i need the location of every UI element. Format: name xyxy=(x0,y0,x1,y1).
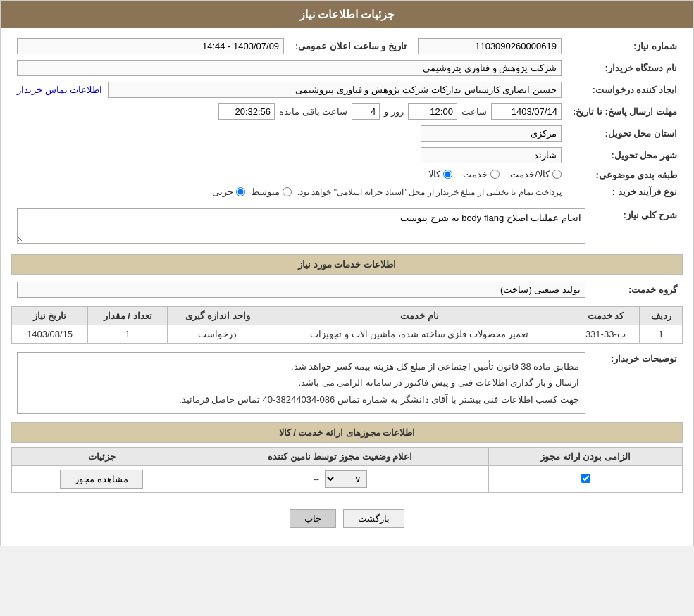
cell-quantity: 1 xyxy=(88,325,168,344)
page-title: جزئیات اطلاعات نیاز xyxy=(299,8,395,20)
cell-unit: درخواست xyxy=(168,325,268,344)
row-service-group: گروه خدمت: xyxy=(11,279,683,301)
row-buyer-org: نام دستگاه خریدار: xyxy=(11,57,683,79)
table-row: ∨ -- مشاهده مجوز xyxy=(12,466,683,493)
announce-datetime-input[interactable] xyxy=(17,38,284,54)
row-buyer-notes: توضیحات خریدار: مطابق ماده 38 قانون تأمی… xyxy=(11,349,683,417)
back-button[interactable]: بازگشت xyxy=(343,509,404,528)
page-container: جزئیات اطلاعات نیاز شماره نیاز: تاریخ و … xyxy=(0,0,694,546)
cell-service-name: تعمیر محصولات فلزی ساخته شده، ماشین آلات… xyxy=(268,325,571,344)
response-date-input[interactable] xyxy=(491,103,562,120)
purchase-type-partial[interactable]: جزیی xyxy=(212,187,245,197)
main-content: شماره نیاز: تاریخ و ساعت اعلان عمومی: نا… xyxy=(1,28,693,546)
service-group-label: گروه خدمت: xyxy=(591,279,683,301)
need-desc-table: شرح کلی نیاز: انجام عملیات اصلاح body fl… xyxy=(11,206,683,249)
province-label: استان محل تحویل: xyxy=(567,122,683,144)
need-desc-label: شرح کلی نیاز: xyxy=(591,206,683,249)
category-option-kala[interactable]: کالا xyxy=(428,169,452,180)
buyer-org-label: نام دستگاه خریدار: xyxy=(567,57,683,79)
permissions-table: الزامی بودن ارائه مجوز اعلام وضعیت مجوز … xyxy=(11,447,683,493)
city-label: شهر محل تحویل: xyxy=(567,144,683,166)
buyer-notes-table: توضیحات خریدار: مطابق ماده 38 قانون تأمی… xyxy=(11,349,683,417)
cell-permit-required xyxy=(489,466,683,493)
response-time-input[interactable] xyxy=(408,103,457,120)
info-table: شماره نیاز: تاریخ و ساعت اعلان عمومی: نا… xyxy=(11,35,683,200)
response-remaining-input[interactable] xyxy=(218,103,275,120)
row-response-deadline: مهلت ارسال پاسخ: تا تاریخ: ساعت روز و سا… xyxy=(11,101,683,122)
view-permit-button[interactable]: مشاهده مجوز xyxy=(60,470,143,489)
announce-datetime-label: تاریخ و ساعت اعلان عمومی: xyxy=(290,35,412,57)
permissions-header-row: الزامی بودن ارائه مجوز اعلام وضعیت مجوز … xyxy=(12,448,683,466)
cell-permit-status: ∨ -- xyxy=(192,466,489,493)
creator-input[interactable] xyxy=(108,82,562,98)
response-deadline-label: مهلت ارسال پاسخ: تا تاریخ: xyxy=(567,101,683,122)
row-purchase-type: نوع فرآیند خرید : پرداخت تمام یا بخشی از… xyxy=(11,184,683,200)
creator-row: اطلاعات تماس خریدار xyxy=(17,82,562,98)
cell-date: 1403/08/15 xyxy=(12,325,88,344)
bottom-buttons: بازگشت چاپ xyxy=(11,498,683,539)
row-category: طبقه بندی موضوعی: کالا/خدمت خدمت کالا xyxy=(11,166,683,184)
response-days-input[interactable] xyxy=(352,103,380,120)
permit-status-select[interactable]: ∨ xyxy=(325,470,367,488)
col-service-code: کد خدمت xyxy=(571,307,640,325)
permissions-table-body: ∨ -- مشاهده مجوز xyxy=(12,466,683,493)
permit-required-checkbox[interactable] xyxy=(581,474,590,483)
table-row: 1 ب-33-331 تعمیر محصولات فلزی ساخته شده،… xyxy=(12,325,683,344)
col-quantity: تعداد / مقدار xyxy=(88,307,168,325)
permissions-table-head: الزامی بودن ارائه مجوز اعلام وضعیت مجوز … xyxy=(12,448,683,466)
response-days-label: روز و xyxy=(384,106,404,117)
deadline-row: ساعت روز و ساعت باقی مانده xyxy=(17,103,562,120)
need-number-input[interactable] xyxy=(418,38,562,54)
contact-link[interactable]: اطلاعات تماس خریدار xyxy=(17,84,102,95)
category-radio-group: کالا/خدمت خدمت کالا xyxy=(428,169,562,180)
col-permit-details: جزئیات xyxy=(12,448,192,466)
row-creator: ایجاد کننده درخواست: اطلاعات تماس خریدار xyxy=(11,79,683,101)
services-table-body: 1 ب-33-331 تعمیر محصولات فلزی ساخته شده،… xyxy=(12,325,683,344)
services-table-header-row: ردیف کد خدمت نام خدمت واحد اندازه گیری ت… xyxy=(12,307,683,325)
buyer-notes-content: مطابق ماده 38 قانون تأمین اجتماعی از مبل… xyxy=(17,352,585,414)
row-province: استان محل تحویل: xyxy=(11,122,683,144)
buyer-notes-label: توضیحات خریدار: xyxy=(591,349,683,417)
province-input[interactable] xyxy=(421,125,562,142)
purchase-type-row: پرداخت تمام یا بخشی از مبلغ خریدار از مح… xyxy=(17,187,562,197)
cell-service-code: ب-33-331 xyxy=(571,325,640,344)
col-date: تاریخ نیاز xyxy=(12,307,88,325)
need-desc-textarea[interactable]: انجام عملیات اصلاح body flang به شرح پیو… xyxy=(17,208,585,244)
services-table: ردیف کد خدمت نام خدمت واحد اندازه گیری ت… xyxy=(11,306,683,344)
service-group-table: گروه خدمت: xyxy=(11,279,683,301)
buyer-notes-line2: ارسال و بار گذاری اطلاعات فنی و پیش فاکت… xyxy=(23,375,579,391)
response-remaining-label: ساعت باقی مانده xyxy=(279,106,347,117)
permit-status-value: -- xyxy=(313,474,319,484)
permissions-section-header: اطلاعات مجوزهای ارائه خدمت / کالا xyxy=(11,422,683,443)
row-need-number: شماره نیاز: تاریخ و ساعت اعلان عمومی: xyxy=(11,35,683,57)
creator-label: ایجاد کننده درخواست: xyxy=(567,79,683,101)
category-label: طبقه بندی موضوعی: xyxy=(567,166,683,184)
page-header: جزئیات اطلاعات نیاز xyxy=(1,1,693,28)
col-unit: واحد اندازه گیری xyxy=(168,307,268,325)
category-option-khadamat[interactable]: خدمت xyxy=(463,169,500,180)
purchase-type-note: پرداخت تمام یا بخشی از مبلغ خریدار از مح… xyxy=(297,187,562,197)
cell-permit-details: مشاهده مجوز xyxy=(12,466,192,493)
buyer-notes-line3: جهت کسب اطلاعات فنی بیشتر با آقای دانشگر… xyxy=(23,391,579,408)
services-section-header: اطلاعات خدمات مورد نیاز xyxy=(11,254,683,275)
need-number-label: شماره نیاز: xyxy=(567,35,683,57)
cell-row-num: 1 xyxy=(640,325,683,344)
category-option-kala-khadamat[interactable]: کالا/خدمت xyxy=(510,169,562,180)
row-need-desc: شرح کلی نیاز: انجام عملیات اصلاح body fl… xyxy=(11,206,683,249)
col-permit-status: اعلام وضعیت مجوز توسط نامین کننده xyxy=(192,448,489,466)
services-table-head: ردیف کد خدمت نام خدمت واحد اندازه گیری ت… xyxy=(12,307,683,325)
buyer-org-input[interactable] xyxy=(17,60,562,76)
city-input[interactable] xyxy=(421,147,562,163)
service-group-input[interactable] xyxy=(17,282,585,298)
response-time-label: ساعت xyxy=(461,106,487,117)
col-service-name: نام خدمت xyxy=(268,307,571,325)
purchase-type-moderate[interactable]: متوسط xyxy=(251,187,292,197)
col-row-num: ردیف xyxy=(640,307,683,325)
row-city: شهر محل تحویل: xyxy=(11,144,683,166)
col-permit-required: الزامی بودن ارائه مجوز xyxy=(489,448,683,466)
purchase-type-label: نوع فرآیند خرید : xyxy=(567,184,683,200)
buyer-notes-line1: مطابق ماده 38 قانون تأمین اجتماعی از مبل… xyxy=(23,358,579,375)
print-button[interactable]: چاپ xyxy=(290,509,336,528)
